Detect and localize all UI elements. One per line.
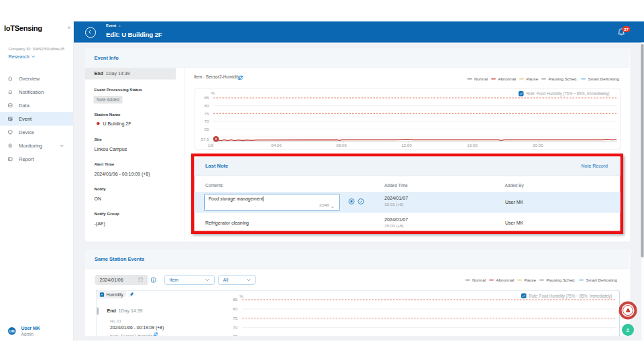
svg-text:04:00: 04:00 xyxy=(271,143,282,147)
svg-text:70: 70 xyxy=(205,119,209,123)
svg-text:1/6: 1/6 xyxy=(208,143,214,147)
svg-text:20:00: 20:00 xyxy=(533,143,543,147)
svg-text:Rule: Food Humidity (75% ~ 85%: Rule: Food Humidity (75% ~ 85%, Immediat… xyxy=(529,294,612,299)
svg-text:75: 75 xyxy=(205,111,209,116)
svg-text:65: 65 xyxy=(205,127,209,131)
svg-text:80: 80 xyxy=(233,306,237,311)
svg-text:Rule: Food Humidity (75% ~ 85%: Rule: Food Humidity (75% ~ 85%, Immediat… xyxy=(527,91,610,97)
svg-text:08:00: 08:00 xyxy=(336,143,347,147)
svg-text:70: 70 xyxy=(233,325,237,330)
svg-text:%: % xyxy=(211,90,215,95)
svg-text:57.5: 57.5 xyxy=(201,137,209,141)
svg-text:16:00: 16:00 xyxy=(467,143,478,147)
svg-text:%: % xyxy=(239,294,244,298)
svg-text:80: 80 xyxy=(205,103,209,108)
svg-text:85: 85 xyxy=(205,95,209,100)
svg-text:75: 75 xyxy=(233,316,237,320)
svg-text:85: 85 xyxy=(233,297,237,302)
svg-text:12:00: 12:00 xyxy=(401,143,412,147)
